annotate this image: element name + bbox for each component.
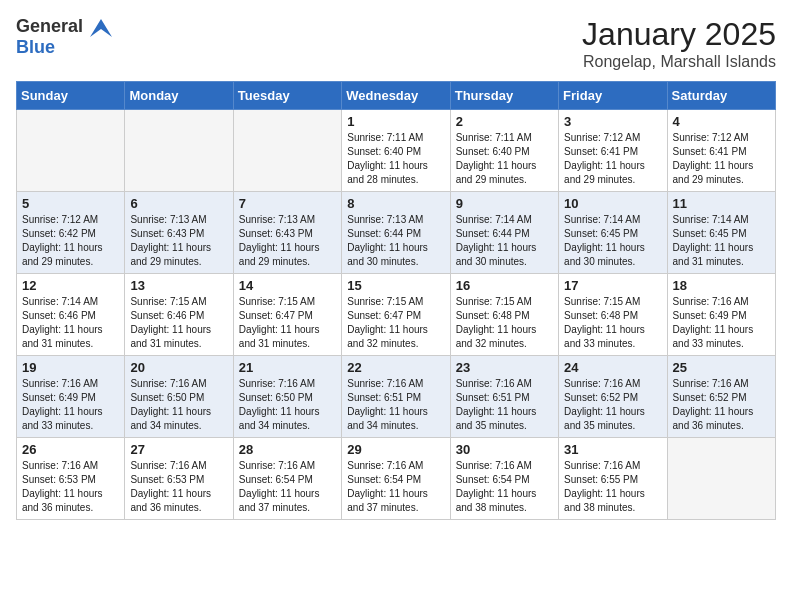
day-info: Sunrise: 7:12 AMSunset: 6:42 PMDaylight:… [22, 213, 119, 269]
calendar-cell: 20Sunrise: 7:16 AMSunset: 6:50 PMDayligh… [125, 356, 233, 438]
day-number: 6 [130, 196, 227, 211]
calendar-cell: 11Sunrise: 7:14 AMSunset: 6:45 PMDayligh… [667, 192, 775, 274]
calendar-cell: 31Sunrise: 7:16 AMSunset: 6:55 PMDayligh… [559, 438, 667, 520]
col-header-saturday: Saturday [667, 82, 775, 110]
day-info: Sunrise: 7:14 AMSunset: 6:44 PMDaylight:… [456, 213, 553, 269]
calendar-cell: 23Sunrise: 7:16 AMSunset: 6:51 PMDayligh… [450, 356, 558, 438]
calendar-cell: 15Sunrise: 7:15 AMSunset: 6:47 PMDayligh… [342, 274, 450, 356]
day-info: Sunrise: 7:14 AMSunset: 6:46 PMDaylight:… [22, 295, 119, 351]
calendar-cell: 8Sunrise: 7:13 AMSunset: 6:44 PMDaylight… [342, 192, 450, 274]
calendar-cell: 18Sunrise: 7:16 AMSunset: 6:49 PMDayligh… [667, 274, 775, 356]
day-info: Sunrise: 7:13 AMSunset: 6:43 PMDaylight:… [130, 213, 227, 269]
svg-marker-0 [90, 19, 112, 37]
day-info: Sunrise: 7:11 AMSunset: 6:40 PMDaylight:… [456, 131, 553, 187]
logo-bird-icon [90, 19, 112, 37]
calendar-cell: 14Sunrise: 7:15 AMSunset: 6:47 PMDayligh… [233, 274, 341, 356]
calendar-cell [17, 110, 125, 192]
calendar-cell: 21Sunrise: 7:16 AMSunset: 6:50 PMDayligh… [233, 356, 341, 438]
day-number: 7 [239, 196, 336, 211]
day-info: Sunrise: 7:15 AMSunset: 6:47 PMDaylight:… [239, 295, 336, 351]
col-header-tuesday: Tuesday [233, 82, 341, 110]
day-info: Sunrise: 7:16 AMSunset: 6:50 PMDaylight:… [130, 377, 227, 433]
day-number: 3 [564, 114, 661, 129]
day-info: Sunrise: 7:12 AMSunset: 6:41 PMDaylight:… [564, 131, 661, 187]
day-info: Sunrise: 7:15 AMSunset: 6:48 PMDaylight:… [456, 295, 553, 351]
day-info: Sunrise: 7:16 AMSunset: 6:53 PMDaylight:… [22, 459, 119, 515]
day-number: 29 [347, 442, 444, 457]
day-number: 8 [347, 196, 444, 211]
calendar-table: SundayMondayTuesdayWednesdayThursdayFrid… [16, 81, 776, 520]
calendar-cell: 2Sunrise: 7:11 AMSunset: 6:40 PMDaylight… [450, 110, 558, 192]
day-number: 24 [564, 360, 661, 375]
day-info: Sunrise: 7:15 AMSunset: 6:46 PMDaylight:… [130, 295, 227, 351]
col-header-monday: Monday [125, 82, 233, 110]
day-info: Sunrise: 7:13 AMSunset: 6:44 PMDaylight:… [347, 213, 444, 269]
day-number: 18 [673, 278, 770, 293]
calendar-cell: 7Sunrise: 7:13 AMSunset: 6:43 PMDaylight… [233, 192, 341, 274]
day-info: Sunrise: 7:16 AMSunset: 6:51 PMDaylight:… [456, 377, 553, 433]
day-info: Sunrise: 7:16 AMSunset: 6:54 PMDaylight:… [239, 459, 336, 515]
day-number: 20 [130, 360, 227, 375]
col-header-sunday: Sunday [17, 82, 125, 110]
calendar-cell: 5Sunrise: 7:12 AMSunset: 6:42 PMDaylight… [17, 192, 125, 274]
logo: General Blue [16, 16, 112, 58]
day-info: Sunrise: 7:16 AMSunset: 6:54 PMDaylight:… [347, 459, 444, 515]
day-number: 1 [347, 114, 444, 129]
day-number: 23 [456, 360, 553, 375]
day-info: Sunrise: 7:15 AMSunset: 6:48 PMDaylight:… [564, 295, 661, 351]
calendar-cell [233, 110, 341, 192]
day-number: 22 [347, 360, 444, 375]
day-number: 14 [239, 278, 336, 293]
day-number: 31 [564, 442, 661, 457]
day-number: 12 [22, 278, 119, 293]
calendar-cell: 30Sunrise: 7:16 AMSunset: 6:54 PMDayligh… [450, 438, 558, 520]
day-info: Sunrise: 7:11 AMSunset: 6:40 PMDaylight:… [347, 131, 444, 187]
calendar-cell: 9Sunrise: 7:14 AMSunset: 6:44 PMDaylight… [450, 192, 558, 274]
day-info: Sunrise: 7:16 AMSunset: 6:49 PMDaylight:… [673, 295, 770, 351]
calendar-cell: 4Sunrise: 7:12 AMSunset: 6:41 PMDaylight… [667, 110, 775, 192]
day-number: 2 [456, 114, 553, 129]
week-row: 12Sunrise: 7:14 AMSunset: 6:46 PMDayligh… [17, 274, 776, 356]
calendar-cell: 29Sunrise: 7:16 AMSunset: 6:54 PMDayligh… [342, 438, 450, 520]
day-info: Sunrise: 7:16 AMSunset: 6:51 PMDaylight:… [347, 377, 444, 433]
header-row: SundayMondayTuesdayWednesdayThursdayFrid… [17, 82, 776, 110]
calendar-cell: 27Sunrise: 7:16 AMSunset: 6:53 PMDayligh… [125, 438, 233, 520]
day-info: Sunrise: 7:14 AMSunset: 6:45 PMDaylight:… [673, 213, 770, 269]
month-title: January 2025 [582, 16, 776, 53]
calendar-cell: 22Sunrise: 7:16 AMSunset: 6:51 PMDayligh… [342, 356, 450, 438]
day-number: 19 [22, 360, 119, 375]
day-info: Sunrise: 7:16 AMSunset: 6:52 PMDaylight:… [673, 377, 770, 433]
day-number: 5 [22, 196, 119, 211]
day-number: 21 [239, 360, 336, 375]
page-header: General Blue January 2025 Rongelap, Mars… [16, 16, 776, 71]
calendar-cell [667, 438, 775, 520]
calendar-cell: 16Sunrise: 7:15 AMSunset: 6:48 PMDayligh… [450, 274, 558, 356]
calendar-cell: 19Sunrise: 7:16 AMSunset: 6:49 PMDayligh… [17, 356, 125, 438]
day-info: Sunrise: 7:14 AMSunset: 6:45 PMDaylight:… [564, 213, 661, 269]
calendar-cell: 13Sunrise: 7:15 AMSunset: 6:46 PMDayligh… [125, 274, 233, 356]
day-info: Sunrise: 7:16 AMSunset: 6:53 PMDaylight:… [130, 459, 227, 515]
week-row: 5Sunrise: 7:12 AMSunset: 6:42 PMDaylight… [17, 192, 776, 274]
day-info: Sunrise: 7:16 AMSunset: 6:54 PMDaylight:… [456, 459, 553, 515]
day-number: 15 [347, 278, 444, 293]
calendar-cell: 24Sunrise: 7:16 AMSunset: 6:52 PMDayligh… [559, 356, 667, 438]
col-header-thursday: Thursday [450, 82, 558, 110]
day-info: Sunrise: 7:16 AMSunset: 6:50 PMDaylight:… [239, 377, 336, 433]
day-info: Sunrise: 7:16 AMSunset: 6:55 PMDaylight:… [564, 459, 661, 515]
calendar-cell: 28Sunrise: 7:16 AMSunset: 6:54 PMDayligh… [233, 438, 341, 520]
week-row: 1Sunrise: 7:11 AMSunset: 6:40 PMDaylight… [17, 110, 776, 192]
day-number: 13 [130, 278, 227, 293]
day-number: 11 [673, 196, 770, 211]
day-number: 17 [564, 278, 661, 293]
day-info: Sunrise: 7:15 AMSunset: 6:47 PMDaylight:… [347, 295, 444, 351]
day-number: 25 [673, 360, 770, 375]
day-info: Sunrise: 7:13 AMSunset: 6:43 PMDaylight:… [239, 213, 336, 269]
calendar-cell: 26Sunrise: 7:16 AMSunset: 6:53 PMDayligh… [17, 438, 125, 520]
calendar-cell: 10Sunrise: 7:14 AMSunset: 6:45 PMDayligh… [559, 192, 667, 274]
calendar-cell: 17Sunrise: 7:15 AMSunset: 6:48 PMDayligh… [559, 274, 667, 356]
week-row: 19Sunrise: 7:16 AMSunset: 6:49 PMDayligh… [17, 356, 776, 438]
calendar-cell: 1Sunrise: 7:11 AMSunset: 6:40 PMDaylight… [342, 110, 450, 192]
calendar-cell: 3Sunrise: 7:12 AMSunset: 6:41 PMDaylight… [559, 110, 667, 192]
calendar-cell [125, 110, 233, 192]
calendar-cell: 6Sunrise: 7:13 AMSunset: 6:43 PMDaylight… [125, 192, 233, 274]
